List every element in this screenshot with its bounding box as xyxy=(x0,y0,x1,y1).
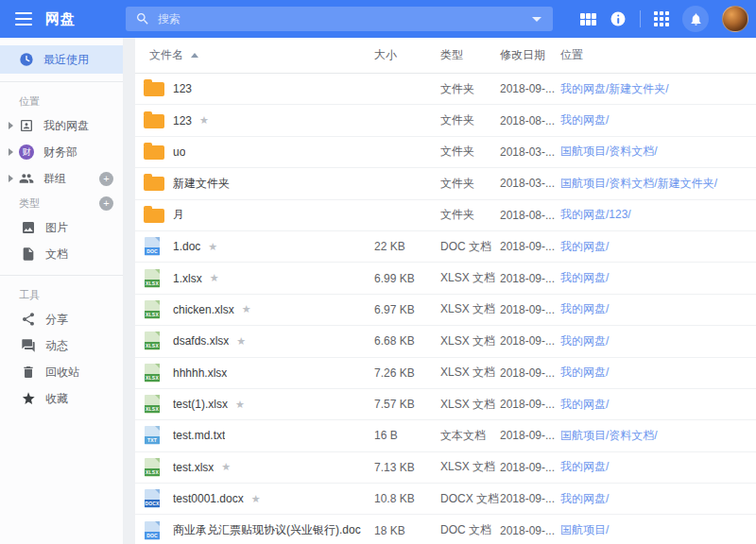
file-name[interactable]: 123 xyxy=(173,82,192,95)
file-location-link[interactable]: 我的网盘/ xyxy=(560,301,756,317)
column-header-modified[interactable]: 修改日期 xyxy=(500,47,560,63)
expander-icon[interactable] xyxy=(9,122,13,129)
file-type-badge: XLSX xyxy=(145,468,160,476)
file-location-link[interactable]: 我的网盘/ xyxy=(560,397,756,413)
sidebar-item-share[interactable]: 分享 xyxy=(0,306,123,332)
file-type-badge: TXT xyxy=(145,436,160,444)
star-icon[interactable]: ★ xyxy=(235,399,245,411)
file-name[interactable]: dsafds.xlsx xyxy=(173,334,229,348)
star-icon[interactable]: ★ xyxy=(251,493,261,505)
table-row[interactable]: XLSX hhhhh.xlsx ★ 7.26 KB XLSX 文档 2018-0… xyxy=(135,358,756,389)
file-location-link[interactable]: 我的网盘/ xyxy=(560,112,756,128)
table-row[interactable]: TXT test.md.txt ★ 16 B 文本文档 2018-09-... … xyxy=(135,420,756,451)
search-input[interactable]: 搜索 xyxy=(126,7,553,31)
file-icon: XLSX xyxy=(144,299,164,320)
table-row[interactable]: 123 ★ 文件夹 2018-08-... 我的网盘/ xyxy=(135,105,756,136)
file-size: 7.57 KB xyxy=(374,398,440,411)
file-location-link[interactable]: 国航项目/资料文档/ xyxy=(560,428,756,444)
file-name[interactable]: 商业承兑汇票贴现协议(兴业银行).doc xyxy=(173,522,361,538)
table-row[interactable]: XLSX 1.xlsx ★ 6.99 KB XLSX 文档 2018-09-..… xyxy=(135,263,756,294)
column-header-location[interactable]: 位置 xyxy=(560,47,756,63)
user-avatar[interactable] xyxy=(722,6,748,32)
table-row[interactable]: 新建文件夹 ★ 文件夹 2018-03-... 国航项目/资料文档/新建文件夹/ xyxy=(135,168,756,199)
file-type-badge: XLSX xyxy=(145,374,160,382)
column-header-label: 文件名 xyxy=(149,47,183,63)
file-location-link[interactable]: 我的网盘/ xyxy=(560,491,756,507)
file-name[interactable]: 1.doc xyxy=(173,240,200,253)
sidebar-item-favorites[interactable]: 收藏 xyxy=(0,385,123,412)
file-modified-date: 2018-03-... xyxy=(500,177,560,190)
file-name[interactable]: 新建文件夹 xyxy=(173,176,230,192)
star-icon[interactable]: ★ xyxy=(236,335,246,348)
file-name[interactable]: uo xyxy=(173,145,185,159)
file-type: DOC 文档 xyxy=(440,239,500,255)
table-row[interactable]: DOC 1.doc ★ 22 KB DOC 文档 2018-09-... 我的网… xyxy=(135,231,756,263)
search-options-caret-icon[interactable] xyxy=(532,17,541,22)
file-name[interactable]: test.xlsx xyxy=(173,461,214,474)
file-type: 文件夹 xyxy=(440,112,500,128)
file-location-link[interactable]: 我的网盘/ xyxy=(560,239,756,255)
file-name[interactable]: chicken.xlsx xyxy=(173,303,234,316)
file-name[interactable]: test(1).xlsx xyxy=(173,398,228,411)
star-icon[interactable]: ★ xyxy=(199,114,209,127)
table-row[interactable]: 月 ★ 文件夹 2018-08-... 我的网盘/123/ xyxy=(135,200,756,231)
sidebar-item-label: 我的网盘 xyxy=(43,118,89,134)
file-name[interactable]: 1.xlsx xyxy=(173,272,202,285)
column-header-name[interactable]: 文件名 xyxy=(135,47,374,63)
app-header: 网盘 搜索 xyxy=(0,0,756,38)
file-location-link[interactable]: 国航项目/ xyxy=(560,522,756,538)
table-row[interactable]: XLSX test.xlsx ★ 7.13 KB XLSX 文档 2018-09… xyxy=(135,452,756,484)
file-location-link[interactable]: 我的网盘/ xyxy=(560,365,756,381)
notifications-bell-icon[interactable] xyxy=(682,6,709,32)
table-row[interactable]: DOCX test0001.docx ★ 10.8 KB DOCX 文档 201… xyxy=(135,484,756,515)
sidebar-item-label: 回收站 xyxy=(45,365,79,381)
file-type-badge: XLSX xyxy=(145,311,160,318)
file-size: 10.8 KB xyxy=(374,492,440,505)
table-row[interactable]: 123 ★ 文件夹 2018-09-... 我的网盘/新建文件夹/ xyxy=(135,74,756,105)
table-row[interactable]: uo ★ 文件夹 2018-03-... 国航项目/资料文档/ xyxy=(135,137,756,168)
file-location-link[interactable]: 我的网盘/新建文件夹/ xyxy=(560,81,756,97)
file-name[interactable]: 123 xyxy=(173,114,192,128)
file-location-link[interactable]: 国航项目/资料文档/新建文件夹/ xyxy=(560,176,756,192)
file-name[interactable]: test.md.txt xyxy=(173,429,225,442)
view-grid-icon[interactable] xyxy=(580,13,596,26)
star-icon[interactable]: ★ xyxy=(208,241,217,253)
file-name[interactable]: hhhhh.xlsx xyxy=(173,366,227,380)
column-header-size[interactable]: 大小 xyxy=(374,47,440,63)
table-row[interactable]: XLSX dsafds.xlsx ★ 6.68 KB XLSX 文档 2018-… xyxy=(135,326,756,357)
table-row[interactable]: XLSX chicken.xlsx ★ 6.97 KB XLSX 文档 2018… xyxy=(135,295,756,326)
info-icon[interactable] xyxy=(610,10,627,27)
table-row[interactable]: XLSX test(1).xlsx ★ 7.57 KB XLSX 文档 2018… xyxy=(135,389,756,420)
add-group-button[interactable]: + xyxy=(99,172,113,186)
sidebar-item-groups[interactable]: 群组 + xyxy=(0,165,123,192)
sidebar-item-documents[interactable]: 文档 xyxy=(0,241,123,267)
sidebar: 最近使用 位置 我的网盘 财 财务部 群组 + 类型 + 图片 文档 工具 分享… xyxy=(0,38,123,544)
sidebar-item-finance[interactable]: 财 财务部 xyxy=(0,139,123,165)
file-name[interactable]: test0001.docx xyxy=(173,492,244,505)
star-icon[interactable]: ★ xyxy=(210,272,219,284)
sidebar-divider xyxy=(0,275,123,276)
sort-asc-icon[interactable] xyxy=(191,53,198,58)
file-location-link[interactable]: 国航项目/资料文档/ xyxy=(560,144,756,160)
sidebar-item-my-drive[interactable]: 我的网盘 xyxy=(0,112,123,139)
menu-icon[interactable] xyxy=(15,12,32,26)
file-location-link[interactable]: 我的网盘/123/ xyxy=(560,207,756,223)
file-type: 文件夹 xyxy=(440,144,500,160)
expander-icon[interactable] xyxy=(9,175,13,182)
file-location-link[interactable]: 我的网盘/ xyxy=(560,333,756,349)
add-type-button[interactable]: + xyxy=(99,196,113,211)
apps-grid-icon[interactable] xyxy=(654,11,669,26)
star-icon[interactable]: ★ xyxy=(221,461,231,473)
sidebar-item-recycle[interactable]: 回收站 xyxy=(0,359,123,385)
file-name[interactable]: 月 xyxy=(173,207,184,223)
file-location-link[interactable]: 我的网盘/ xyxy=(560,270,756,286)
table-row[interactable]: DOC 商业承兑汇票贴现协议(兴业银行).doc ★ 18 KB DOC 文档 … xyxy=(135,515,756,544)
sidebar-item-images[interactable]: 图片 xyxy=(0,214,123,241)
star-icon[interactable]: ★ xyxy=(242,303,251,315)
expander-icon[interactable] xyxy=(9,148,13,156)
file-type: 文件夹 xyxy=(440,176,500,192)
sidebar-item-activity[interactable]: 动态 xyxy=(0,332,123,359)
sidebar-item-recent[interactable]: 最近使用 xyxy=(0,45,123,74)
column-header-type[interactable]: 类型 xyxy=(440,47,500,63)
file-location-link[interactable]: 我的网盘/ xyxy=(560,459,756,475)
